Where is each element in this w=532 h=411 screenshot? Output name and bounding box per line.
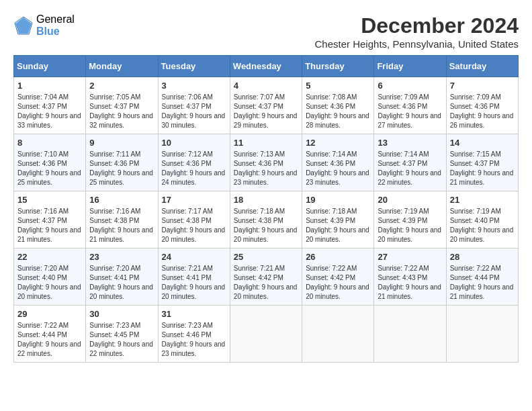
day-info: Sunrise: 7:14 AM Sunset: 4:36 PM Dayligh… [306,150,370,187]
day-number: 6 [378,81,442,91]
calendar-cell: 6 Sunrise: 7:09 AM Sunset: 4:36 PM Dayli… [374,77,446,134]
calendar-cell: 28 Sunrise: 7:22 AM Sunset: 4:44 PM Dayl… [446,248,518,306]
day-number: 15 [17,195,82,205]
day-number: 10 [162,138,226,148]
day-number: 17 [162,195,226,205]
day-info: Sunrise: 7:10 AM Sunset: 4:36 PM Dayligh… [17,150,82,187]
day-number: 7 [450,81,515,91]
day-info: Sunrise: 7:15 AM Sunset: 4:37 PM Dayligh… [450,150,515,187]
day-number: 4 [234,81,298,91]
day-number: 14 [450,138,515,148]
calendar-cell: 21 Sunrise: 7:19 AM Sunset: 4:40 PM Dayl… [446,191,518,248]
day-info: Sunrise: 7:20 AM Sunset: 4:40 PM Dayligh… [17,264,82,302]
day-number: 24 [162,252,226,262]
day-info: Sunrise: 7:21 AM Sunset: 4:42 PM Dayligh… [234,264,298,302]
calendar-cell: 9 Sunrise: 7:11 AM Sunset: 4:36 PM Dayli… [86,134,158,191]
logo: General Blue [13,13,75,37]
day-number: 5 [306,81,370,91]
title-section: December 2024 Chester Heights, Pennsylva… [315,13,519,50]
logo-icon [13,15,34,36]
calendar-header-row: SundayMondayTuesdayWednesdayThursdayFrid… [14,56,519,77]
calendar-week-row: 15 Sunrise: 7:16 AM Sunset: 4:37 PM Dayl… [14,191,519,248]
day-number: 12 [306,138,370,148]
day-info: Sunrise: 7:22 AM Sunset: 4:44 PM Dayligh… [450,264,515,302]
day-info: Sunrise: 7:21 AM Sunset: 4:41 PM Dayligh… [162,264,226,302]
day-info: Sunrise: 7:19 AM Sunset: 4:40 PM Dayligh… [450,207,515,244]
calendar-header-tuesday: Tuesday [158,56,230,77]
day-number: 30 [89,309,154,319]
day-info: Sunrise: 7:13 AM Sunset: 4:36 PM Dayligh… [234,150,298,187]
calendar-table: SundayMondayTuesdayWednesdayThursdayFrid… [13,55,519,363]
calendar-cell: 4 Sunrise: 7:07 AM Sunset: 4:37 PM Dayli… [230,77,302,134]
day-info: Sunrise: 7:22 AM Sunset: 4:42 PM Dayligh… [306,264,370,302]
day-info: Sunrise: 7:08 AM Sunset: 4:36 PM Dayligh… [306,93,370,130]
calendar-cell: 18 Sunrise: 7:18 AM Sunset: 4:38 PM Dayl… [230,191,302,248]
day-number: 9 [89,138,154,148]
location-title: Chester Heights, Pennsylvania, United St… [315,38,519,50]
day-info: Sunrise: 7:17 AM Sunset: 4:38 PM Dayligh… [162,207,226,244]
day-info: Sunrise: 7:12 AM Sunset: 4:36 PM Dayligh… [162,150,226,187]
calendar-cell [374,306,446,363]
svg-marker-0 [15,17,32,34]
calendar-cell: 1 Sunrise: 7:04 AM Sunset: 4:37 PM Dayli… [14,77,86,134]
day-info: Sunrise: 7:22 AM Sunset: 4:44 PM Dayligh… [17,321,82,359]
day-info: Sunrise: 7:16 AM Sunset: 4:38 PM Dayligh… [89,207,154,244]
calendar-week-row: 22 Sunrise: 7:20 AM Sunset: 4:40 PM Dayl… [14,248,519,306]
calendar-header-monday: Monday [86,56,158,77]
calendar-cell [230,306,302,363]
calendar-cell: 3 Sunrise: 7:06 AM Sunset: 4:37 PM Dayli… [158,77,230,134]
month-title: December 2024 [315,13,519,38]
calendar-header-saturday: Saturday [446,56,518,77]
day-number: 2 [89,81,154,91]
day-number: 18 [234,195,298,205]
day-info: Sunrise: 7:19 AM Sunset: 4:39 PM Dayligh… [378,207,442,244]
calendar-cell: 30 Sunrise: 7:23 AM Sunset: 4:45 PM Dayl… [86,306,158,363]
calendar-header-sunday: Sunday [14,56,86,77]
logo-general: General [36,13,75,26]
day-info: Sunrise: 7:06 AM Sunset: 4:37 PM Dayligh… [162,93,226,130]
calendar-cell: 23 Sunrise: 7:20 AM Sunset: 4:41 PM Dayl… [86,248,158,306]
calendar-cell: 26 Sunrise: 7:22 AM Sunset: 4:42 PM Dayl… [302,248,374,306]
calendar-cell: 11 Sunrise: 7:13 AM Sunset: 4:36 PM Dayl… [230,134,302,191]
calendar-cell: 19 Sunrise: 7:18 AM Sunset: 4:39 PM Dayl… [302,191,374,248]
logo-blue: Blue [36,26,75,38]
day-info: Sunrise: 7:09 AM Sunset: 4:36 PM Dayligh… [378,93,442,130]
day-number: 11 [234,138,298,148]
calendar-cell: 29 Sunrise: 7:22 AM Sunset: 4:44 PM Dayl… [14,306,86,363]
calendar-cell [446,306,518,363]
calendar-cell [302,306,374,363]
day-number: 16 [89,195,154,205]
day-number: 23 [89,252,154,262]
calendar-cell: 13 Sunrise: 7:14 AM Sunset: 4:37 PM Dayl… [374,134,446,191]
day-info: Sunrise: 7:04 AM Sunset: 4:37 PM Dayligh… [17,93,82,130]
day-number: 8 [17,138,82,148]
day-info: Sunrise: 7:20 AM Sunset: 4:41 PM Dayligh… [89,264,154,302]
calendar-cell: 7 Sunrise: 7:09 AM Sunset: 4:36 PM Dayli… [446,77,518,134]
calendar-cell: 8 Sunrise: 7:10 AM Sunset: 4:36 PM Dayli… [14,134,86,191]
day-number: 21 [450,195,515,205]
calendar-cell: 12 Sunrise: 7:14 AM Sunset: 4:36 PM Dayl… [302,134,374,191]
day-info: Sunrise: 7:18 AM Sunset: 4:39 PM Dayligh… [306,207,370,244]
logo-text: General Blue [36,13,75,37]
calendar-cell: 22 Sunrise: 7:20 AM Sunset: 4:40 PM Dayl… [14,248,86,306]
calendar-cell: 16 Sunrise: 7:16 AM Sunset: 4:38 PM Dayl… [86,191,158,248]
day-number: 29 [17,309,82,319]
calendar-cell: 24 Sunrise: 7:21 AM Sunset: 4:41 PM Dayl… [158,248,230,306]
day-number: 13 [378,138,442,148]
calendar-week-row: 29 Sunrise: 7:22 AM Sunset: 4:44 PM Dayl… [14,306,519,363]
calendar-cell: 10 Sunrise: 7:12 AM Sunset: 4:36 PM Dayl… [158,134,230,191]
day-number: 19 [306,195,370,205]
day-number: 1 [17,81,82,91]
calendar-cell: 17 Sunrise: 7:17 AM Sunset: 4:38 PM Dayl… [158,191,230,248]
calendar-header-wednesday: Wednesday [230,56,302,77]
calendar-cell: 20 Sunrise: 7:19 AM Sunset: 4:39 PM Dayl… [374,191,446,248]
day-info: Sunrise: 7:22 AM Sunset: 4:43 PM Dayligh… [378,264,442,302]
day-number: 31 [162,309,226,319]
calendar-header-friday: Friday [374,56,446,77]
day-info: Sunrise: 7:09 AM Sunset: 4:36 PM Dayligh… [450,93,515,130]
calendar-cell: 14 Sunrise: 7:15 AM Sunset: 4:37 PM Dayl… [446,134,518,191]
day-info: Sunrise: 7:23 AM Sunset: 4:45 PM Dayligh… [89,321,154,359]
day-number: 28 [450,252,515,262]
calendar-cell: 27 Sunrise: 7:22 AM Sunset: 4:43 PM Dayl… [374,248,446,306]
calendar-week-row: 8 Sunrise: 7:10 AM Sunset: 4:36 PM Dayli… [14,134,519,191]
